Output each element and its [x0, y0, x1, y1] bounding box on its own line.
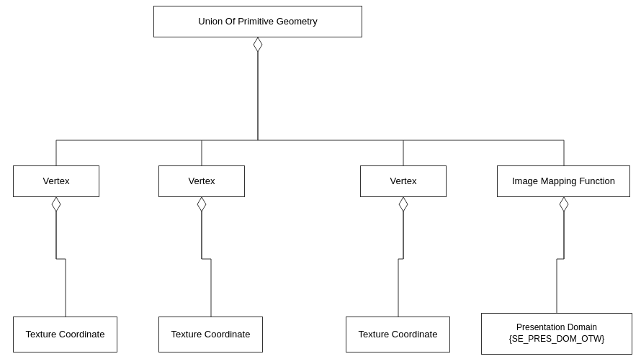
imf-node: Image Mapping Function [497, 165, 630, 197]
texture-coord-1: Texture Coordinate [13, 317, 117, 352]
vertex-3-label: Vertex [390, 176, 417, 188]
vertex-1-label: Vertex [43, 176, 70, 188]
vertex-node-3: Vertex [360, 165, 447, 197]
pd-label: Presentation Domain {SE_PRES_DOM_OTW} [509, 322, 605, 345]
tc1-label: Texture Coordinate [26, 329, 105, 341]
vertex-node-1: Vertex [13, 165, 99, 197]
texture-coord-3: Texture Coordinate [346, 317, 450, 352]
texture-coord-2: Texture Coordinate [158, 317, 263, 352]
root-node: Union Of Primitive Geometry [153, 6, 362, 37]
presentation-domain-node: Presentation Domain {SE_PRES_DOM_OTW} [481, 313, 632, 355]
vertex-node-2: Vertex [158, 165, 245, 197]
svg-marker-20 [197, 197, 206, 211]
svg-marker-21 [399, 197, 408, 211]
vertex-2-label: Vertex [189, 176, 215, 188]
svg-marker-18 [254, 37, 262, 52]
tc3-label: Texture Coordinate [359, 329, 438, 341]
svg-marker-19 [52, 197, 60, 211]
diagram-container: Union Of Primitive Geometry Vertex Verte… [0, 0, 641, 364]
tc2-label: Texture Coordinate [171, 329, 251, 341]
root-label: Union Of Primitive Geometry [198, 16, 317, 28]
imf-label: Image Mapping Function [512, 176, 615, 188]
svg-marker-22 [560, 197, 568, 211]
